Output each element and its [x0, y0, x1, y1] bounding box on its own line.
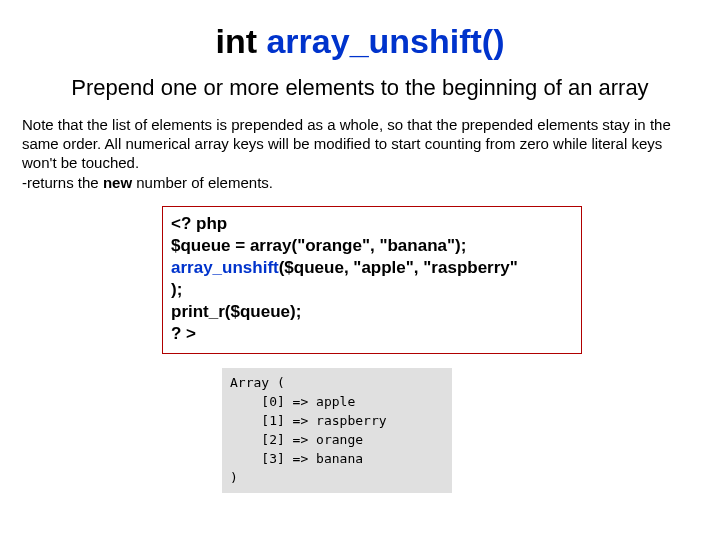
output-block: Array ( [0] => apple [1] => raspberry [2… [222, 368, 452, 493]
code-function-name: array_unshift [171, 258, 279, 277]
output-line: [1] => raspberry [230, 412, 444, 431]
note-block: Note that the list of elements is prepen… [22, 115, 698, 192]
note-line2-prefix: -returns the [22, 174, 103, 191]
subtitle: Prepend one or more elements to the begi… [22, 75, 698, 101]
code-line: array_unshift($queue, "apple", "raspberr… [171, 257, 573, 279]
output-line: ) [230, 469, 444, 488]
code-line: ? > [171, 323, 573, 345]
title-prefix: int [215, 22, 266, 60]
note-line2-suffix: number of elements. [132, 174, 273, 191]
output-line: Array ( [230, 374, 444, 393]
code-line: print_r($queue); [171, 301, 573, 323]
output-line: [3] => banana [230, 450, 444, 469]
code-line: ); [171, 279, 573, 301]
title-function: array_unshift() [266, 22, 504, 60]
code-line-rest: ($queue, "apple", "raspberry" [279, 258, 518, 277]
code-example: <? php $queue = array("orange", "banana"… [162, 206, 582, 355]
page-title: int array_unshift() [22, 22, 698, 61]
code-line: $queue = array("orange", "banana"); [171, 235, 573, 257]
note-line2-bold: new [103, 174, 132, 191]
output-line: [2] => orange [230, 431, 444, 450]
note-line1: Note that the list of elements is prepen… [22, 116, 671, 171]
code-line: <? php [171, 213, 573, 235]
output-line: [0] => apple [230, 393, 444, 412]
slide: int array_unshift() Prepend one or more … [0, 0, 720, 540]
